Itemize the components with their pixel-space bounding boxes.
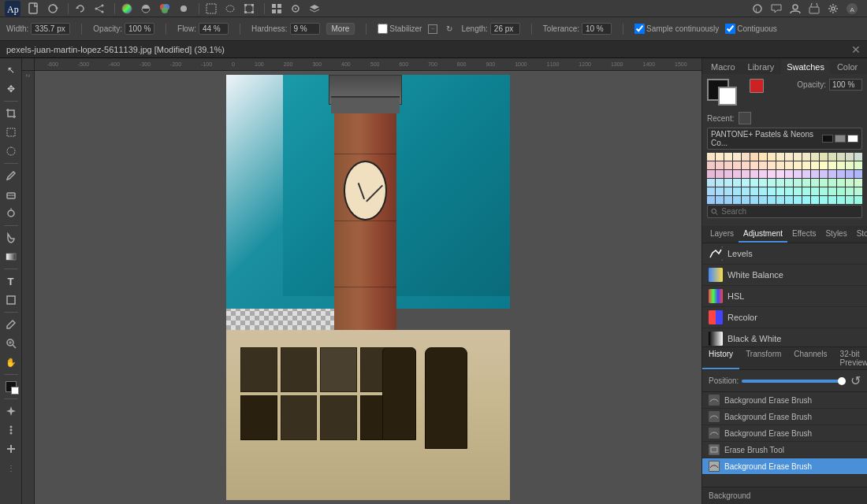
color-swatch[interactable] bbox=[837, 153, 845, 161]
color-swatch[interactable] bbox=[776, 179, 784, 187]
color-swatch[interactable] bbox=[733, 187, 741, 195]
history-item-1[interactable]: Background Erase Brush bbox=[702, 392, 867, 409]
color-swatch[interactable] bbox=[811, 179, 819, 187]
hand-tool[interactable]: ✋ bbox=[2, 354, 20, 371]
color-swatch[interactable] bbox=[759, 187, 767, 195]
color-swatch[interactable] bbox=[794, 179, 802, 187]
color-swatch[interactable] bbox=[846, 161, 854, 169]
fill-tool[interactable] bbox=[2, 229, 20, 246]
color-circle-icon[interactable] bbox=[158, 2, 172, 16]
color-swatch[interactable] bbox=[759, 179, 767, 187]
color-swatch[interactable] bbox=[811, 196, 819, 204]
color-swatch[interactable] bbox=[811, 161, 819, 169]
color-swatch[interactable] bbox=[716, 161, 724, 169]
history-item-3[interactable]: Background Erase Brush bbox=[702, 425, 867, 442]
color-swatch[interactable] bbox=[724, 196, 732, 204]
color-swatch[interactable] bbox=[768, 153, 776, 161]
flow-input[interactable] bbox=[199, 23, 229, 35]
color-swatch[interactable] bbox=[785, 187, 793, 195]
color-swatch[interactable] bbox=[707, 170, 715, 178]
hsl-item[interactable]: HSL bbox=[702, 286, 867, 307]
color-swatch[interactable] bbox=[776, 196, 784, 204]
color-swatch[interactable] bbox=[828, 187, 836, 195]
lasso-icon[interactable] bbox=[223, 2, 237, 16]
color-swatch[interactable] bbox=[854, 179, 862, 187]
new-document-icon[interactable] bbox=[27, 2, 41, 16]
more-tools[interactable]: ⋮ bbox=[2, 459, 20, 476]
tolerance-input[interactable] bbox=[582, 23, 612, 35]
rect-select-icon[interactable] bbox=[204, 2, 218, 16]
color-swatch[interactable] bbox=[707, 187, 715, 195]
color-swatch[interactable] bbox=[802, 196, 810, 204]
color-swatch[interactable] bbox=[854, 153, 862, 161]
color-swatch[interactable] bbox=[768, 161, 776, 169]
color-swatch[interactable] bbox=[837, 187, 845, 195]
color-swatch[interactable] bbox=[733, 153, 741, 161]
history-item-4[interactable]: Erase Brush Tool bbox=[702, 442, 867, 458]
color-swatch[interactable] bbox=[750, 187, 758, 195]
color-swatch[interactable] bbox=[785, 179, 793, 187]
color-swatch[interactable] bbox=[785, 161, 793, 169]
opacity-input[interactable] bbox=[125, 23, 154, 35]
color-swatch[interactable] bbox=[794, 196, 802, 204]
color-wheel-icon[interactable] bbox=[120, 2, 134, 16]
contiguous-checkbox[interactable] bbox=[725, 24, 735, 34]
stabilizer-checkbox[interactable] bbox=[378, 24, 388, 34]
position-reset-icon[interactable]: ↺ bbox=[850, 373, 861, 388]
type-tool[interactable]: T bbox=[2, 272, 20, 290]
user-icon[interactable] bbox=[788, 2, 802, 16]
color-swatch[interactable] bbox=[724, 170, 732, 178]
color-swatch[interactable] bbox=[707, 153, 715, 161]
color-swatch[interactable] bbox=[837, 170, 845, 178]
color-swatch[interactable] bbox=[837, 196, 845, 204]
context-tool[interactable] bbox=[2, 421, 20, 439]
color-swatch[interactable] bbox=[820, 161, 828, 169]
palette-white-swatch[interactable] bbox=[847, 135, 858, 143]
color-swatch[interactable] bbox=[820, 187, 828, 195]
background-color-swatch[interactable] bbox=[718, 87, 737, 106]
more-button[interactable]: More bbox=[326, 23, 355, 35]
palette-gray-swatch[interactable] bbox=[835, 135, 846, 143]
color-swatch[interactable] bbox=[768, 187, 776, 195]
color-swatch[interactable] bbox=[707, 161, 715, 169]
color-tab[interactable]: Color bbox=[832, 60, 863, 74]
layers-tab[interactable]: Layers bbox=[705, 226, 739, 243]
color-swatch[interactable] bbox=[794, 161, 802, 169]
levels-item[interactable]: Levels bbox=[702, 243, 867, 265]
gradient-tool[interactable] bbox=[2, 248, 20, 265]
foreground-color[interactable] bbox=[2, 378, 20, 395]
dodge-burn-tool[interactable] bbox=[2, 205, 20, 222]
color-swatch[interactable] bbox=[724, 153, 732, 161]
position-slider[interactable] bbox=[742, 380, 844, 383]
black-white-item[interactable]: Black & White bbox=[702, 328, 867, 346]
swatch-search-input[interactable] bbox=[721, 207, 858, 216]
color-swatch[interactable] bbox=[768, 170, 776, 178]
hardness-input[interactable] bbox=[290, 23, 320, 35]
color-swatch[interactable] bbox=[820, 179, 828, 187]
cursor-tool[interactable]: ↖ bbox=[2, 61, 20, 79]
color-swatch[interactable] bbox=[854, 187, 862, 195]
color-swatch[interactable] bbox=[742, 170, 750, 178]
length-input[interactable] bbox=[490, 23, 520, 35]
refresh-small-icon[interactable]: ↻ bbox=[444, 24, 455, 35]
color-swatch[interactable] bbox=[707, 179, 715, 187]
color-swatch[interactable] bbox=[785, 153, 793, 161]
opacity-swatch-input[interactable] bbox=[829, 79, 862, 91]
color-swatch[interactable] bbox=[759, 161, 767, 169]
layers-icon[interactable] bbox=[307, 2, 322, 16]
recolor-item[interactable]: Recolor bbox=[702, 307, 867, 328]
eraser-tool[interactable] bbox=[2, 186, 20, 203]
paint-brush-tool[interactable] bbox=[2, 167, 20, 184]
color-swatch[interactable] bbox=[759, 170, 767, 178]
color-swatch[interactable] bbox=[716, 153, 724, 161]
color-swatch[interactable] bbox=[802, 179, 810, 187]
color-swatch[interactable] bbox=[768, 196, 776, 204]
color-swatch[interactable] bbox=[776, 187, 784, 195]
stock-tab[interactable]: Stock bbox=[852, 226, 867, 243]
color-swatch[interactable] bbox=[811, 153, 819, 161]
color-swatch[interactable] bbox=[811, 170, 819, 178]
history-item-5[interactable]: Background Erase Brush bbox=[702, 458, 867, 475]
macro-tab[interactable]: Macro bbox=[705, 60, 741, 74]
swatches-tab[interactable]: Swatches bbox=[781, 60, 830, 74]
recent-red-swatch[interactable] bbox=[750, 79, 764, 93]
